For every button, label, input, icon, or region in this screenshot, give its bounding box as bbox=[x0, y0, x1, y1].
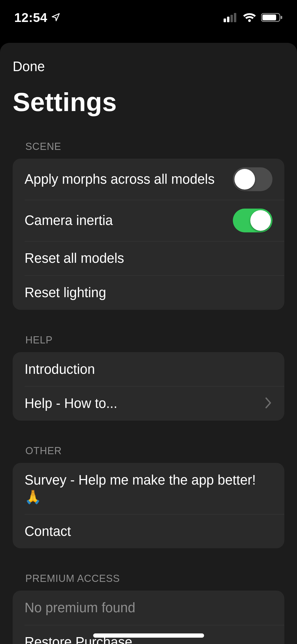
section-header-other: OTHER bbox=[13, 445, 284, 457]
page-title: Settings bbox=[0, 87, 297, 117]
row-label-introduction: Introduction bbox=[25, 361, 95, 378]
row-reset-lighting[interactable]: Reset lighting bbox=[13, 275, 284, 310]
svg-rect-3 bbox=[234, 13, 236, 22]
section-scene: SCENE Apply morphs across all models Cam… bbox=[0, 141, 297, 310]
row-label-contact: Contact bbox=[25, 523, 71, 540]
cellular-icon bbox=[224, 13, 238, 22]
row-camera-inertia[interactable]: Camera inertia bbox=[13, 200, 284, 241]
status-bar: 12:54 bbox=[0, 0, 297, 35]
row-reset-models[interactable]: Reset all models bbox=[13, 241, 284, 275]
status-time: 12:54 bbox=[14, 10, 47, 25]
row-apply-morphs[interactable]: Apply morphs across all models bbox=[13, 159, 284, 200]
row-label-help-howto: Help - How to... bbox=[25, 395, 117, 412]
row-no-premium: No premium found bbox=[13, 591, 284, 625]
wifi-icon bbox=[243, 12, 256, 22]
svg-rect-1 bbox=[227, 17, 229, 22]
svg-rect-5 bbox=[262, 15, 276, 20]
row-label-survey: Survey - Help me make the app better! 🙏 bbox=[25, 472, 272, 505]
svg-rect-2 bbox=[230, 15, 233, 22]
section-header-help: HELP bbox=[13, 334, 284, 346]
battery-icon bbox=[261, 12, 283, 22]
row-label-reset-lighting: Reset lighting bbox=[25, 284, 106, 301]
switch-apply-morphs[interactable] bbox=[233, 167, 272, 191]
status-time-container: 12:54 bbox=[14, 10, 60, 25]
row-label-no-premium: No premium found bbox=[25, 599, 135, 616]
row-survey[interactable]: Survey - Help me make the app better! 🙏 bbox=[13, 463, 284, 514]
settings-sheet: Done Settings SCENE Apply morphs across … bbox=[0, 43, 297, 644]
row-help-howto[interactable]: Help - How to... bbox=[13, 386, 284, 421]
section-other: OTHER Survey - Help me make the app bett… bbox=[0, 445, 297, 548]
svg-rect-0 bbox=[224, 19, 226, 22]
section-header-premium: PREMIUM ACCESS bbox=[13, 573, 284, 584]
done-button[interactable]: Done bbox=[0, 59, 45, 74]
home-indicator bbox=[93, 633, 204, 638]
location-icon bbox=[51, 10, 60, 25]
chevron-icon bbox=[265, 397, 272, 410]
row-label-apply-morphs: Apply morphs across all models bbox=[25, 171, 215, 188]
svg-rect-6 bbox=[281, 16, 282, 19]
section-rows-help: Introduction Help - How to... bbox=[13, 352, 284, 421]
section-rows-other: Survey - Help me make the app better! 🙏 … bbox=[13, 463, 284, 548]
row-label-reset-models: Reset all models bbox=[25, 250, 124, 267]
row-contact[interactable]: Contact bbox=[13, 514, 284, 549]
section-help: HELP Introduction Help - How to... bbox=[0, 334, 297, 421]
switch-camera-inertia[interactable] bbox=[233, 209, 272, 232]
section-header-scene: SCENE bbox=[13, 141, 284, 152]
row-introduction[interactable]: Introduction bbox=[13, 352, 284, 387]
status-icons bbox=[224, 12, 283, 22]
row-label-camera-inertia: Camera inertia bbox=[25, 212, 113, 229]
section-rows-scene: Apply morphs across all models Camera in… bbox=[13, 159, 284, 310]
